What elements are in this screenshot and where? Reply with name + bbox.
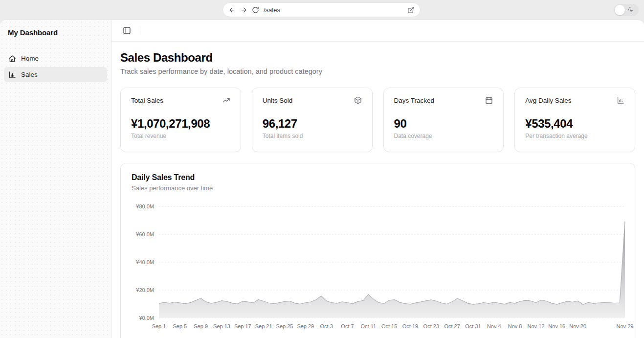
svg-text:Sep 5: Sep 5 <box>173 323 187 329</box>
toggle-knob <box>615 5 625 15</box>
reload-icon[interactable] <box>252 6 259 14</box>
svg-text:Oct 11: Oct 11 <box>361 323 377 329</box>
sidebar-item-home[interactable]: Home <box>4 51 107 66</box>
svg-text:Nov 29: Nov 29 <box>617 323 634 329</box>
panel-left-icon <box>123 26 131 35</box>
url-bar[interactable]: /sales <box>222 2 421 17</box>
page-content: Sales Dashboard Track sales performance … <box>111 42 644 338</box>
svg-text:Oct 31: Oct 31 <box>465 323 481 329</box>
agent-mode-toggle[interactable] <box>614 4 639 16</box>
package-icon <box>354 96 362 104</box>
external-link-icon[interactable] <box>407 6 415 14</box>
header-divider <box>140 27 140 35</box>
svg-text:¥40.0M: ¥40.0M <box>135 259 154 265</box>
svg-text:Oct 15: Oct 15 <box>381 323 397 329</box>
stat-value: 96,127 <box>263 117 362 131</box>
stat-card-days-tracked: Days Tracked 90 Data coverage <box>383 88 504 152</box>
stat-description: Data coverage <box>394 133 493 139</box>
url-text[interactable]: /sales <box>264 6 403 14</box>
stat-card-avg-daily-sales: Avg Daily Sales ¥535,404 Per transaction… <box>514 88 635 152</box>
svg-text:Sep 25: Sep 25 <box>276 323 293 329</box>
forward-icon[interactable] <box>240 6 247 14</box>
calendar-icon <box>485 96 493 104</box>
stat-label: Avg Daily Sales <box>525 97 571 104</box>
stat-label: Total Sales <box>131 97 163 104</box>
bar-chart-icon <box>8 71 16 79</box>
svg-text:Oct 19: Oct 19 <box>402 323 418 329</box>
stat-value: ¥535,404 <box>525 117 624 131</box>
daily-sales-trend-card: Daily Sales Trend Sales performance over… <box>120 163 635 338</box>
svg-text:¥20.0M: ¥20.0M <box>135 287 154 293</box>
svg-text:Nov 8: Nov 8 <box>508 323 522 329</box>
sidebar-item-label: Sales <box>21 71 38 78</box>
svg-text:Nov 20: Nov 20 <box>569 323 586 329</box>
sidebar: My Dashboard Home Sales <box>0 20 111 338</box>
sidebar-title: My Dashboard <box>4 28 107 37</box>
browser-topbar: /sales <box>0 0 644 20</box>
stat-value: 90 <box>394 117 493 131</box>
stat-card-total-sales: Total Sales ¥1,070,271,908 Total revenue <box>120 88 241 152</box>
svg-text:Nov 12: Nov 12 <box>528 323 545 329</box>
svg-text:Sep 29: Sep 29 <box>297 323 314 329</box>
stats-row: Total Sales ¥1,070,271,908 Total revenue… <box>120 88 635 152</box>
svg-text:Oct 27: Oct 27 <box>444 323 460 329</box>
svg-text:¥0.0M: ¥0.0M <box>138 315 154 321</box>
svg-text:Sep 17: Sep 17 <box>234 323 251 329</box>
stat-description: Per transaction average <box>525 133 624 139</box>
sidebar-toggle-button[interactable] <box>120 24 133 38</box>
chart-area[interactable]: ¥0.0M¥20.0M¥40.0M¥60.0M¥80.0MSep 1Sep 5S… <box>132 201 624 331</box>
svg-text:¥80.0M: ¥80.0M <box>135 203 154 209</box>
stat-value: ¥1,070,271,908 <box>131 117 230 131</box>
stat-label: Units Sold <box>263 97 293 104</box>
chart-subtitle: Sales performance over time <box>132 184 624 192</box>
daily-sales-chart: ¥0.0M¥20.0M¥40.0M¥60.0M¥80.0MSep 1Sep 5S… <box>132 201 627 331</box>
page-subtitle: Track sales performance by date, locatio… <box>120 68 635 75</box>
app-window: My Dashboard Home Sales Sales Dashboard <box>0 20 644 338</box>
stat-card-units-sold: Units Sold 96,127 Total items sold <box>252 88 373 152</box>
svg-text:Oct 3: Oct 3 <box>320 323 333 329</box>
sidebar-item-sales[interactable]: Sales <box>4 67 107 82</box>
trending-up-icon <box>222 96 230 104</box>
svg-text:Sep 9: Sep 9 <box>194 323 208 329</box>
chart-title: Daily Sales Trend <box>132 173 624 182</box>
svg-text:Nov 16: Nov 16 <box>548 323 565 329</box>
main-header <box>111 20 644 42</box>
agent-cursor-icon <box>627 6 635 14</box>
chart-column-icon <box>617 96 624 104</box>
svg-text:Nov 4: Nov 4 <box>487 323 501 329</box>
page-title: Sales Dashboard <box>120 51 635 65</box>
svg-text:¥60.0M: ¥60.0M <box>135 231 154 237</box>
home-icon <box>8 55 16 63</box>
main-area: Sales Dashboard Track sales performance … <box>111 20 644 338</box>
sidebar-item-label: Home <box>21 55 39 62</box>
svg-text:Oct 23: Oct 23 <box>423 323 439 329</box>
svg-text:Oct 7: Oct 7 <box>341 323 354 329</box>
stat-description: Total items sold <box>263 133 362 139</box>
svg-text:Sep 1: Sep 1 <box>152 323 166 329</box>
svg-text:Sep 21: Sep 21 <box>255 323 272 329</box>
svg-text:Sep 13: Sep 13 <box>213 323 230 329</box>
back-icon[interactable] <box>228 6 236 14</box>
stat-label: Days Tracked <box>394 97 435 104</box>
stat-description: Total revenue <box>131 133 230 139</box>
